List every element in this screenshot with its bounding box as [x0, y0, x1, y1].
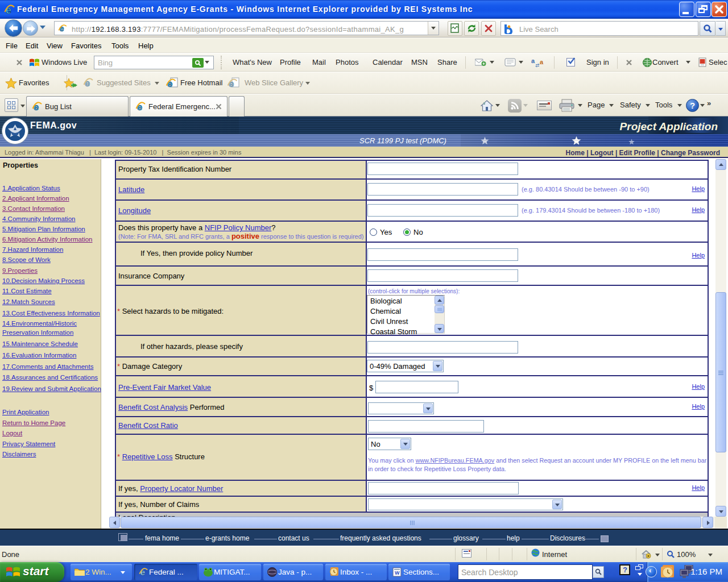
svg-text:W: W	[395, 570, 400, 576]
svg-text:a: a	[540, 59, 544, 65]
svg-text:a: a	[531, 57, 535, 64]
